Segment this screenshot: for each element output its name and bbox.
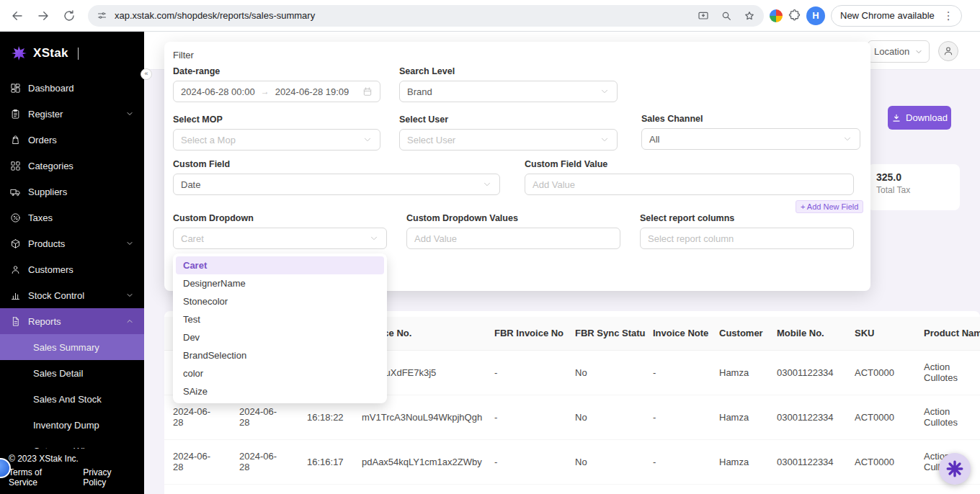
sales-channel-select[interactable]: All (641, 128, 860, 150)
cell-fbr-sync-status: No (568, 439, 646, 484)
chevron-down-icon (482, 179, 492, 189)
sidebar-item-sales-and-stock[interactable]: Sales And Stock (0, 386, 144, 412)
sidebar-item-orders[interactable]: Orders (0, 127, 144, 153)
select-user-select[interactable]: Select User (399, 129, 618, 151)
address-bar[interactable]: xap.xstak.com/shopdesk/reports/sales-sum… (88, 5, 764, 27)
sidebar-item-products[interactable]: Products (0, 230, 144, 256)
cell-fbr-sync-status: No (568, 350, 646, 395)
sidebar-footer: © 2023 XStak Inc. Terms of Service Priva… (0, 449, 144, 494)
more-vertical-icon[interactable]: ⋮ (940, 9, 957, 22)
chat-widget-button[interactable] (939, 453, 971, 485)
custom-dropdown-value: Caret (181, 233, 204, 244)
sidebar-item-sales-detail[interactable]: Sales Detail (0, 360, 144, 386)
sidebar-item-categories[interactable]: Categories (0, 153, 144, 179)
select-user-label: Select User (399, 114, 618, 125)
sidebar-item-register[interactable]: Register (0, 101, 144, 127)
sidebar-item-label: Dashboard (28, 83, 74, 94)
chevron-down-icon (842, 134, 852, 144)
dropdown-option-caret[interactable]: Caret (176, 256, 384, 274)
sidebar-item-reports[interactable]: Reports (0, 308, 144, 334)
logo-divider (78, 48, 79, 60)
sidebar-item-label: Suppliers (28, 187, 67, 197)
dropdown-option-saize[interactable]: SAize (176, 382, 384, 400)
browser-profile-avatar[interactable]: H (806, 6, 825, 25)
download-label: Download (906, 112, 948, 123)
copyright-text: © 2023 XStak Inc. (9, 454, 135, 464)
cell-invoice-note: - (646, 439, 712, 484)
custom-field-value-field: Custom Field Value Add Value (525, 159, 854, 195)
tune-icon[interactable] (97, 10, 107, 21)
sidebar-item-taxes[interactable]: Taxes (0, 205, 144, 230)
cell-product-name: Action Cullotes (917, 350, 980, 395)
custom-field-field: Custom Field Date (173, 159, 500, 195)
sidebar-subitem-label: Inventory Dump (33, 420, 99, 431)
install-icon[interactable] (698, 10, 709, 22)
cell-customer: Hamza (712, 350, 770, 395)
cell-customer: Hamza (712, 439, 770, 484)
back-icon (11, 9, 24, 22)
chevron-down-icon (125, 291, 134, 300)
zoom-icon[interactable] (721, 10, 732, 22)
add-new-field-button[interactable]: + Add New Field (796, 200, 863, 213)
custom-field-value-placeholder: Add Value (533, 179, 575, 190)
search-level-value: Brand (407, 86, 432, 97)
dropdown-option-designername[interactable]: DesignerName (176, 274, 384, 292)
report-columns-input[interactable]: Select report column (640, 228, 854, 249)
extensions-icon[interactable] (788, 9, 801, 22)
sidebar-item-suppliers[interactable]: Suppliers (0, 179, 144, 205)
report-columns-label: Select report columns (640, 213, 854, 223)
date-start-value[interactable]: 2024-06-28 00:00 (181, 86, 255, 97)
url-text[interactable]: xap.xstak.com/shopdesk/reports/sales-sum… (115, 10, 315, 21)
sidebar-item-dashboard[interactable]: Dashboard (0, 75, 144, 101)
dropdown-option-brandselection[interactable]: BrandSelection (176, 346, 384, 364)
stock-control-icon (10, 290, 21, 301)
report-columns-field: Select report columns Select report colu… (640, 213, 854, 249)
back-button[interactable] (7, 6, 27, 26)
custom-dropdown-select[interactable]: Caret (173, 228, 387, 249)
chevron-down-icon (362, 135, 373, 145)
taxes-icon (10, 212, 21, 223)
forward-button[interactable] (33, 6, 53, 26)
custom-field-value-input[interactable]: Add Value (525, 174, 854, 195)
sidebar-item-customers[interactable]: Customers (0, 256, 144, 282)
sidebar-item-stock-control[interactable]: Stock Control (0, 282, 144, 308)
custom-field-label: Custom Field (173, 159, 500, 169)
location-select[interactable]: Location (868, 40, 930, 63)
chrome-update-icon[interactable] (770, 9, 783, 22)
location-label: Location (874, 46, 909, 57)
app-logo[interactable]: XStak (0, 32, 144, 75)
sidebar-collapse-button[interactable]: « (141, 68, 152, 80)
dropdown-option-color[interactable]: color (176, 364, 384, 382)
col-header-fbr-invoice-no: FBR Invoice No (487, 317, 568, 350)
chevron-down-icon (914, 48, 923, 56)
dropdown-option-dev[interactable]: Dev (176, 328, 384, 346)
sidebar-item-label: Products (28, 238, 65, 249)
user-avatar[interactable] (938, 41, 958, 61)
xstak-logo-icon (10, 45, 27, 62)
star-icon[interactable] (744, 10, 755, 22)
chrome-update-pill[interactable]: New Chrome available ⋮ (831, 5, 962, 27)
custom-dropdown-values-input[interactable]: Add Value (406, 228, 620, 249)
select-mop-field: Select MOP Select a Mop (173, 114, 380, 151)
custom-dropdown-label: Custom Dropdown (173, 213, 387, 223)
cell-sku: ACT0000 (847, 439, 917, 484)
sidebar-item-inventory-dump[interactable]: Inventory Dump (0, 412, 144, 438)
privacy-link[interactable]: Privacy Policy (83, 467, 135, 488)
search-level-select[interactable]: Brand (399, 81, 618, 102)
date-range-input[interactable]: 2024-06-28 00:00 → 2024-06-28 19:09 (173, 81, 380, 102)
terms-link[interactable]: Terms of Service (9, 467, 71, 488)
chrome-update-label: New Chrome available (840, 10, 935, 21)
date-end-value[interactable]: 2024-06-28 19:09 (275, 86, 349, 97)
dropdown-option-stonecolor[interactable]: Stonecolor (176, 292, 384, 310)
select-mop-select[interactable]: Select a Mop (173, 129, 380, 151)
custom-field-value-text: Date (181, 179, 200, 190)
cell-mobile-no: 03001122334 (770, 395, 847, 439)
refresh-button[interactable] (59, 6, 79, 26)
dropdown-option-test[interactable]: Test (176, 310, 384, 328)
cell-date: 2024-06-28 (233, 439, 300, 484)
cell-sku: ACT0000 (847, 395, 917, 439)
sidebar-item-sales-summary[interactable]: Sales Summary (0, 334, 144, 360)
custom-field-select[interactable]: Date (173, 174, 500, 195)
custom-dropdown-values-label: Custom Dropdown Values (406, 213, 620, 223)
download-button[interactable]: Download (888, 106, 951, 130)
